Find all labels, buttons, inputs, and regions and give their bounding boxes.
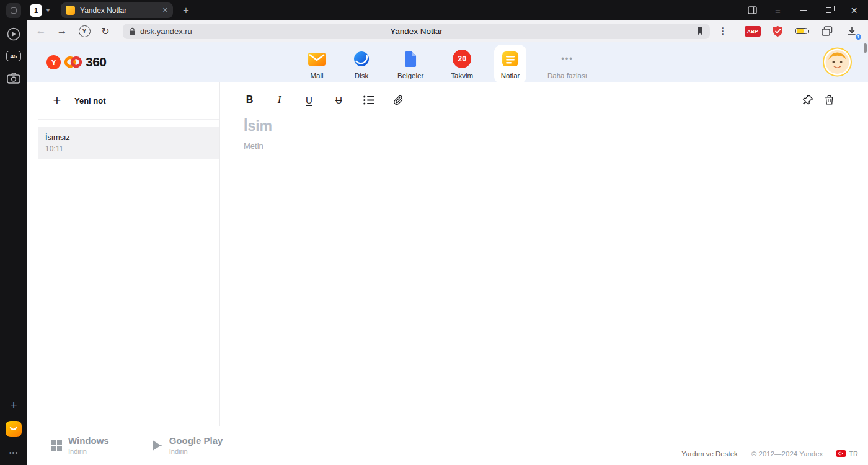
google-play-subtitle: İndirin (169, 448, 223, 455)
app-mail-label: Mail (310, 72, 323, 79)
note-list-item[interactable]: İsimsiz 10:11 (38, 127, 219, 159)
language-selector[interactable]: TR (836, 450, 858, 458)
download-count-badge: 1 (854, 33, 862, 41)
page-title: Yandex Notlar (390, 27, 443, 36)
notes-list-panel: + Yeni not İsimsiz 10:11 (38, 82, 220, 426)
tab-title: Yandex Notlar (80, 6, 159, 15)
panels-icon[interactable] (815, 22, 839, 40)
new-note-label: Yeni not (74, 96, 106, 105)
yandex360-header: Y 360 Mail Disk (27, 42, 868, 82)
more-apps-icon: ••• (561, 48, 574, 69)
forward-button[interactable]: → (53, 22, 71, 40)
app-notes[interactable]: Notlar (494, 45, 526, 84)
windows-title: Windows (68, 436, 109, 446)
plus-icon: + (50, 92, 64, 108)
windows-subtitle: İndirin (68, 448, 109, 455)
rail-add-button[interactable]: + (6, 398, 22, 413)
speed-badge[interactable]: 45 (6, 51, 21, 61)
yandex-protect-icon[interactable]: Y (76, 22, 93, 40)
italic-button[interactable]: I (273, 92, 286, 107)
attach-button[interactable] (392, 92, 405, 107)
toolbar-divider (735, 26, 735, 37)
new-tab-button[interactable]: + (179, 4, 193, 17)
editor-actions (802, 92, 836, 107)
url-text[interactable]: disk.yandex.ru (140, 27, 192, 36)
yandex-logo-icon: Y (46, 55, 61, 69)
tabs-chevron-down-icon[interactable]: ▾ (46, 7, 50, 14)
windows-download-link[interactable]: Windows İndirin (51, 436, 109, 455)
lock-icon (129, 27, 136, 35)
windows-icon (51, 440, 62, 451)
browser-side-rail: 45 + ••• (0, 20, 27, 465)
downloads-button[interactable]: 1 (839, 22, 864, 40)
strikethrough-button[interactable]: U (332, 92, 345, 107)
calendar-icon: 20 (453, 50, 471, 68)
note-time: 10:11 (45, 144, 212, 153)
avatar[interactable] (823, 48, 852, 77)
note-title-input[interactable]: İsim (244, 118, 272, 135)
page-scrollbar[interactable] (864, 43, 867, 53)
video-play-icon[interactable] (6, 27, 22, 42)
close-window-button[interactable]: ✕ (849, 6, 859, 15)
app-calendar-label: Takvim (451, 72, 473, 79)
app-more[interactable]: ••• Daha fazlası (541, 45, 593, 84)
browser-logo-icon[interactable] (6, 3, 21, 18)
app-mail[interactable]: Mail (302, 45, 332, 84)
tab-counter-badge[interactable]: 1 (30, 4, 42, 17)
delete-button[interactable] (823, 92, 836, 107)
help-link[interactable]: Yardım ve Destek (681, 450, 738, 458)
disk-icon (353, 48, 370, 69)
underline-button[interactable]: U (303, 92, 316, 107)
screenshot-icon[interactable] (6, 71, 22, 86)
list-button[interactable] (362, 92, 375, 107)
side-panel-icon[interactable] (748, 6, 757, 15)
notes-icon (500, 48, 520, 69)
shield-extension-icon[interactable] (765, 22, 790, 40)
speed-badge-value: 45 (11, 53, 17, 60)
minimize-button[interactable] (799, 6, 808, 15)
app-switcher: Mail Disk Belgeler 20 Takvim (302, 45, 593, 84)
yandex-notes-page: Y 360 Mail Disk (27, 42, 868, 465)
pin-button[interactable] (802, 92, 815, 107)
editor-toolbar: B I U U (243, 91, 405, 109)
language-code: TR (849, 450, 858, 458)
reload-button[interactable]: ↻ (97, 22, 114, 40)
battery-icon[interactable] (790, 22, 815, 40)
app-notes-label: Notlar (501, 72, 520, 79)
titlebar: 1 ▾ Yandex Notlar ✕ + ≡ ✕ (0, 0, 868, 20)
turkey-flag-icon (836, 450, 846, 457)
bold-button[interactable]: B (243, 92, 256, 107)
note-editor: B I U U İsim Metin (221, 82, 868, 426)
tab-close-icon[interactable]: ✕ (162, 6, 168, 14)
app-more-label: Daha fazlası (547, 72, 587, 79)
back-button[interactable]: ← (32, 22, 50, 40)
tab-strip: 1 ▾ Yandex Notlar ✕ + (6, 2, 193, 18)
address-bar[interactable]: disk.yandex.ru Yandex Notlar (123, 24, 710, 39)
rail-more-icon[interactable]: ••• (6, 445, 22, 460)
app-disk-label: Disk (355, 72, 368, 79)
toolbar-more-icon[interactable]: ⋮ (716, 25, 730, 37)
app-disk[interactable]: Disk (347, 45, 376, 84)
bookmark-icon[interactable] (696, 27, 704, 36)
page-footer: Windows İndirin Google Play İndirin Yard… (27, 426, 868, 465)
documents-icon (404, 48, 417, 69)
copyright-text: © 2012—2024 Yandex (751, 450, 823, 458)
browser-tab-active[interactable]: Yandex Notlar ✕ (61, 2, 173, 18)
app-calendar[interactable]: 20 Takvim (445, 45, 479, 84)
window-controls: ≡ ✕ (748, 6, 859, 15)
browser-menu-icon[interactable]: ≡ (773, 6, 782, 15)
calendar-date: 20 (458, 55, 466, 63)
note-body-input[interactable]: Metin (244, 141, 264, 151)
google-play-icon (153, 440, 163, 451)
adblock-extension-icon[interactable]: ABP (740, 22, 765, 40)
yandex360-logo[interactable]: Y 360 (46, 55, 107, 69)
mail-icon (308, 48, 326, 69)
maximize-button[interactable] (824, 6, 833, 15)
new-note-button[interactable]: + Yeni not (38, 82, 219, 120)
app-docs[interactable]: Belgeler (391, 45, 430, 84)
app-docs-label: Belgeler (397, 72, 423, 79)
google-play-title: Google Play (169, 436, 223, 446)
yandex-browser-icon[interactable] (6, 422, 22, 436)
google-play-link[interactable]: Google Play İndirin (153, 436, 223, 455)
rings-icon (64, 55, 82, 69)
